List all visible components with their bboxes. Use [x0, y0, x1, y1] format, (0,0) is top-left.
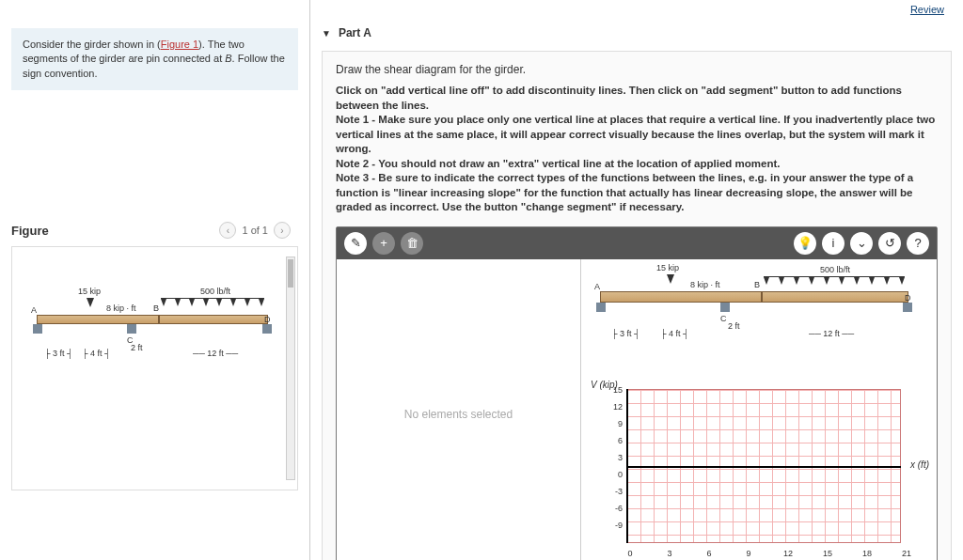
caret-down-icon: ▼	[322, 28, 331, 39]
hint-button[interactable]: 💡	[794, 232, 816, 255]
problem-text-1: Consider the girder shown in (	[23, 39, 161, 50]
figure-heading: Figure	[11, 224, 49, 238]
instructions: Click on "add vertical line off" to add …	[336, 84, 938, 215]
add-button[interactable]: +	[372, 232, 395, 255]
pager-label: 1 of 1	[242, 225, 268, 236]
part-label: Part A	[339, 26, 371, 39]
info-button[interactable]: i	[822, 232, 845, 255]
ytick: 0	[608, 470, 623, 479]
pager-next-button[interactable]: ›	[274, 222, 291, 239]
c-beam-2	[762, 291, 908, 303]
xtick: 6	[706, 549, 711, 558]
pt-d: D	[264, 315, 271, 324]
pt-a: A	[31, 305, 37, 315]
figure-link[interactable]: Figure 1	[161, 39, 198, 50]
note-3: Note 3 - Be sure to indicate the correct…	[336, 171, 938, 215]
ytick: 6	[608, 436, 623, 445]
canvas-toolbar: ✎ + 🗑 💡 i ⌄ ↺ ?	[337, 227, 937, 259]
load-arrow-icon	[87, 298, 94, 307]
plot-xlabel: x (ft)	[910, 459, 929, 470]
pt-b: B	[153, 303, 159, 313]
ytick: 15	[608, 385, 623, 395]
beam-segment-1	[37, 315, 159, 324]
support-d-icon	[262, 324, 272, 334]
moment-label: 8 kip · ft	[106, 303, 136, 313]
c-load-15kip: 15 kip	[656, 263, 679, 272]
canvas-plot-area[interactable]: 15 kip 8 kip · ft 500 lb/ft	[581, 259, 937, 560]
pager-prev-button[interactable]: ‹	[219, 222, 236, 239]
c-pt-d: D	[905, 293, 911, 303]
c-beam-1	[600, 291, 762, 303]
xtick: 3	[667, 549, 671, 558]
help-button[interactable]: ?	[907, 232, 929, 255]
c-support-a	[596, 303, 606, 312]
dist-load-icon	[161, 298, 264, 306]
load-15kip-label: 15 kip	[78, 287, 101, 296]
xtick: 18	[862, 549, 872, 558]
c-support-c	[720, 303, 730, 312]
left-panel: Consider the girder shown in (Figure 1).…	[0, 0, 310, 560]
dim-2ft: 2 ft	[131, 343, 143, 352]
c-dim-12ft: ── 12 ft ──	[809, 329, 854, 338]
c-pt-b: B	[754, 280, 760, 289]
selection-info: No elements selected	[337, 259, 581, 560]
c-dist-load: 500 lb/ft	[820, 265, 850, 274]
part-header[interactable]: ▼ Part A	[322, 26, 952, 39]
drawing-canvas: ✎ + 🗑 💡 i ⌄ ↺ ? No elements selected	[336, 226, 938, 560]
c-pt-a: A	[594, 282, 600, 291]
task-text: Draw the shear diagram for the girder.	[336, 63, 938, 76]
ytick: -9	[608, 521, 623, 530]
ytick: 9	[608, 419, 623, 428]
c-load-arrow-icon	[667, 274, 674, 284]
c-dist-load-icon	[764, 276, 905, 285]
right-panel: Review ▼ Part A Draw the shear diagram f…	[310, 0, 963, 560]
instr-intro: Click on "add vertical line off" to add …	[336, 84, 938, 113]
beam-figure: 15 kip 8 kip · ft 500 lb/ft A B C D	[33, 309, 277, 412]
beam-figure-canvas: 15 kip 8 kip · ft 500 lb/ft	[594, 267, 914, 370]
ytick: -6	[608, 504, 623, 513]
dist-load-label: 500 lb/ft	[200, 287, 230, 296]
figure-pager: ‹ 1 of 1 ›	[219, 222, 291, 239]
pencil-button[interactable]: ✎	[344, 232, 367, 255]
var-b: B	[225, 53, 231, 64]
dim-4ft: ├ 4 ft ┤	[82, 349, 110, 358]
xtick: 9	[746, 549, 750, 558]
c-dim-3ft: ├ 3 ft ┤	[611, 329, 639, 338]
note-2: Note 2 - You should not draw an "extra" …	[336, 157, 938, 172]
support-c-icon	[127, 324, 136, 334]
c-dim-4ft: ├ 4 ft ┤	[660, 329, 688, 338]
c-moment: 8 kip · ft	[690, 280, 720, 289]
xtick: 15	[823, 549, 832, 558]
dim-3ft: ├ 3 ft ┤	[44, 349, 72, 358]
plot-axis-x	[626, 466, 901, 468]
part-body: Draw the shear diagram for the girder. C…	[322, 51, 952, 560]
support-a-icon	[33, 324, 42, 334]
c-support-d	[903, 303, 912, 312]
trash-button[interactable]: 🗑	[401, 232, 423, 255]
xtick: 12	[783, 549, 793, 558]
beam-segment-2	[159, 315, 268, 324]
c-dim-2ft: 2 ft	[728, 321, 740, 331]
undo-button[interactable]: ⌄	[850, 232, 873, 255]
review-link[interactable]: Review	[910, 4, 944, 15]
c-pt-c: C	[720, 314, 727, 323]
problem-statement: Consider the girder shown in (Figure 1).…	[11, 28, 298, 90]
note-1: Note 1 - Make sure you place only one ve…	[336, 113, 938, 157]
ytick: -3	[608, 487, 623, 496]
xtick: 0	[627, 549, 632, 558]
figure-viewport: 15 kip 8 kip · ft 500 lb/ft A B C D	[11, 246, 298, 490]
xtick: 21	[902, 549, 911, 558]
ytick: 3	[608, 453, 623, 462]
shear-plot[interactable]: V (kip) x (ft) 15 12 9 6 3 0	[589, 380, 929, 560]
redo-button[interactable]: ↺	[878, 232, 901, 255]
dim-12ft: ── 12 ft ──	[193, 349, 238, 358]
ytick: 12	[608, 402, 623, 412]
